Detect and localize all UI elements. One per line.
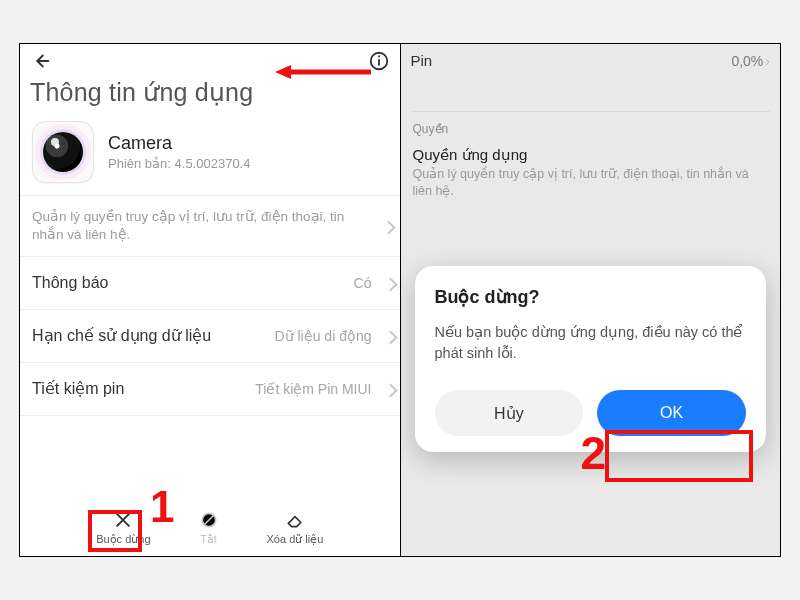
permissions-summary-text: Quản lý quyền truy cập vị trí, lưu trữ, … <box>32 209 344 242</box>
right-screenshot: Pin 0,0%› Quyền Quyền ứng dụng Quản lý q… <box>401 44 781 556</box>
info-icon[interactable] <box>366 48 392 74</box>
row-battery-saver[interactable]: Tiết kiệm pin Tiết kiệm Pin MIUI <box>20 363 400 416</box>
page-title: Thông tin ứng dụng <box>20 74 400 117</box>
action-label: Tắt <box>200 533 217 546</box>
force-stop-button[interactable]: Buộc dừng <box>96 509 150 546</box>
app-header: Camera Phiên bản: 4.5.002370.4 <box>20 117 400 195</box>
clear-data-button[interactable]: Xóa dữ liệu <box>267 509 324 546</box>
battery-label: Pin <box>411 52 433 69</box>
force-stop-dialog: Buộc dừng? Nếu bạn buộc dừng ứng dụng, đ… <box>415 266 767 452</box>
battery-row[interactable]: Pin 0,0%› <box>401 44 781 77</box>
row-label: Hạn chế sử dụng dữ liệu <box>32 326 211 346</box>
chevron-right-icon <box>383 384 397 398</box>
ok-button[interactable]: OK <box>597 390 746 436</box>
permissions-description: Quản lý quyền truy cập vị trí, lưu trữ, … <box>401 166 781 210</box>
dialog-buttons: Hủy OK <box>435 390 747 436</box>
top-bar <box>20 44 400 74</box>
tutorial-image: Thông tin ứng dụng Camera Phiên bản: 4.5… <box>19 43 781 557</box>
battery-value: 0,0% <box>731 53 763 69</box>
row-notifications[interactable]: Thông báo Có <box>20 257 400 310</box>
row-label: Tiết kiệm pin <box>32 379 124 399</box>
row-data-limit[interactable]: Hạn chế sử dụng dữ liệu Dữ liệu di động <box>20 310 400 363</box>
disable-icon <box>199 509 219 531</box>
bottom-actions: Buộc dừng Tắt Xóa dữ liệu <box>20 503 400 552</box>
settings-list: Thông báo Có Hạn chế sử dụng dữ liệu Dữ … <box>20 256 400 416</box>
chevron-right-icon <box>383 331 397 345</box>
svg-rect-1 <box>378 59 380 65</box>
divider <box>411 111 771 112</box>
row-value: Tiết kiệm Pin MIUI <box>255 381 371 397</box>
action-label: Buộc dừng <box>96 533 150 546</box>
back-arrow-icon[interactable] <box>28 48 54 74</box>
app-icon <box>32 121 94 183</box>
close-icon <box>113 509 133 531</box>
row-value: Có <box>354 275 372 291</box>
app-version: Phiên bản: 4.5.002370.4 <box>108 156 250 171</box>
permissions-summary-row[interactable]: Quản lý quyền truy cập vị trí, lưu trữ, … <box>20 195 400 256</box>
left-screenshot: Thông tin ứng dụng Camera Phiên bản: 4.5… <box>20 44 401 556</box>
chevron-right-icon: › <box>765 53 770 69</box>
action-label: Xóa dữ liệu <box>267 533 324 546</box>
row-value: Dữ liệu di động <box>274 328 371 344</box>
app-meta: Camera Phiên bản: 4.5.002370.4 <box>108 133 250 171</box>
row-label: Thông báo <box>32 273 109 293</box>
permissions-caption: Quyền <box>401 122 781 142</box>
eraser-icon <box>284 509 306 531</box>
dialog-message: Nếu bạn buộc dừng ứng dụng, điều này có … <box>435 322 747 364</box>
chevron-right-icon <box>381 221 395 235</box>
cancel-button[interactable]: Hủy <box>435 390 584 436</box>
svg-rect-2 <box>378 56 380 58</box>
chevron-right-icon <box>383 278 397 292</box>
dialog-title: Buộc dừng? <box>435 286 747 308</box>
disable-button[interactable]: Tắt <box>199 509 219 546</box>
permissions-title: Quyền ứng dụng <box>401 142 781 166</box>
app-name: Camera <box>108 133 250 154</box>
